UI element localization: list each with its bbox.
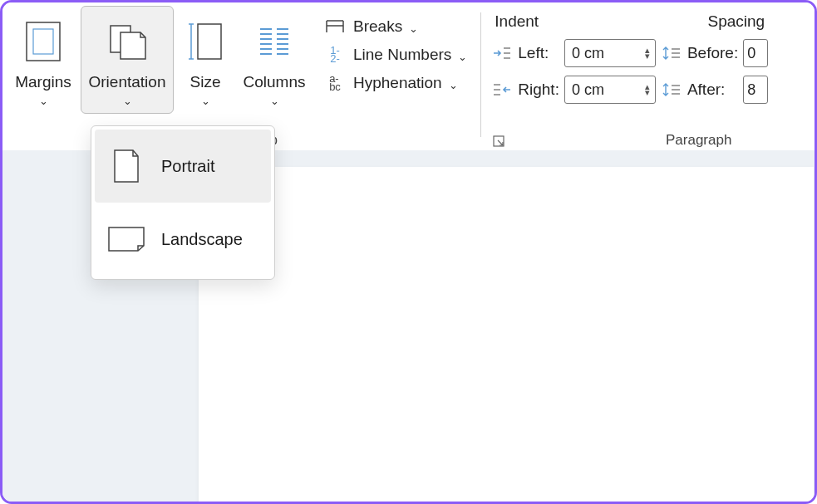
- separator: [480, 12, 481, 137]
- spacing-before-value: 0: [747, 45, 755, 62]
- size-icon: [185, 17, 226, 66]
- spacing-after-icon: [661, 81, 682, 98]
- size-label: Size: [190, 73, 221, 91]
- spinner-arrows[interactable]: ▴▾: [645, 47, 652, 59]
- left-label: Left:: [518, 44, 559, 62]
- columns-button[interactable]: Columns ⌄: [237, 6, 312, 114]
- columns-label: Columns: [244, 73, 306, 91]
- svg-rect-1: [33, 29, 53, 54]
- hyphenation-label: Hyphenation: [353, 74, 442, 92]
- orientation-button[interactable]: Orientation ⌄: [81, 6, 174, 114]
- line-numbers-button[interactable]: 1-2- Line Numbers ⌄: [318, 44, 472, 66]
- line-numbers-icon: 1-2-: [323, 46, 347, 63]
- after-label: After:: [687, 81, 738, 99]
- line-numbers-label: Line Numbers: [353, 46, 451, 64]
- breaks-button[interactable]: Breaks ⌄: [318, 16, 472, 37]
- hyphenation-button[interactable]: a-bc Hyphenation ⌄: [318, 72, 472, 94]
- orientation-menu: Portrait Landscape: [91, 125, 275, 280]
- indent-header: Indent: [495, 12, 539, 31]
- landscape-icon: [106, 221, 146, 257]
- chevron-down-icon: ⌄: [409, 22, 418, 35]
- portrait-label: Portrait: [161, 157, 214, 176]
- indent-right-value: 0 cm: [572, 81, 604, 99]
- chevron-down-icon: ⌄: [201, 95, 210, 107]
- paragraph-group: Indent Spacing Left: 0 cm ▴▾ Before: 0 R…: [491, 6, 768, 104]
- chevron-down-icon: ⌄: [39, 95, 48, 107]
- document-page[interactable]: [199, 167, 814, 504]
- paragraph-group-label: Paragraph: [666, 132, 731, 149]
- spacing-header: Spacing: [708, 12, 765, 31]
- orientation-icon: [106, 17, 149, 66]
- indent-right-icon: [491, 81, 513, 98]
- before-label: Before:: [687, 44, 738, 62]
- page-setup-small-stack: Breaks ⌄ 1-2- Line Numbers ⌄ a-bc Hyphen…: [318, 6, 472, 94]
- margins-icon: [25, 17, 62, 66]
- size-button[interactable]: Size ⌄: [177, 6, 234, 114]
- svg-rect-0: [27, 22, 60, 61]
- orientation-portrait-item[interactable]: Portrait: [95, 130, 271, 203]
- hyphenation-icon: a-bc: [323, 75, 347, 91]
- indent-left-icon: [491, 45, 513, 61]
- spacing-before-input[interactable]: 0: [743, 39, 768, 67]
- portrait-icon: [106, 148, 146, 184]
- margins-button[interactable]: Margins ⌄: [9, 6, 77, 114]
- indent-left-value: 0 cm: [572, 45, 604, 62]
- orientation-label: Orientation: [89, 73, 166, 91]
- indent-right-input[interactable]: 0 cm ▴▾: [564, 76, 656, 104]
- breaks-label: Breaks: [353, 17, 402, 36]
- orientation-landscape-item[interactable]: Landscape: [95, 203, 271, 276]
- chevron-down-icon: ⌄: [123, 95, 132, 107]
- margins-label: Margins: [15, 73, 71, 91]
- page-setup-dialog-launcher[interactable]: [493, 135, 506, 149]
- landscape-label: Landscape: [161, 230, 243, 249]
- spinner-arrows[interactable]: ▴▾: [645, 84, 652, 95]
- breaks-icon: [323, 17, 347, 36]
- spacing-after-value: 8: [747, 81, 755, 99]
- spacing-before-icon: [661, 45, 682, 61]
- right-label: Right:: [518, 81, 559, 99]
- chevron-down-icon: ⌄: [270, 95, 279, 107]
- spacing-after-input[interactable]: 8: [743, 76, 768, 104]
- columns-icon: [257, 17, 292, 66]
- chevron-down-icon: ⌄: [449, 79, 458, 91]
- svg-rect-2: [198, 24, 221, 59]
- indent-left-input[interactable]: 0 cm ▴▾: [564, 39, 656, 67]
- chevron-down-icon: ⌄: [458, 51, 467, 63]
